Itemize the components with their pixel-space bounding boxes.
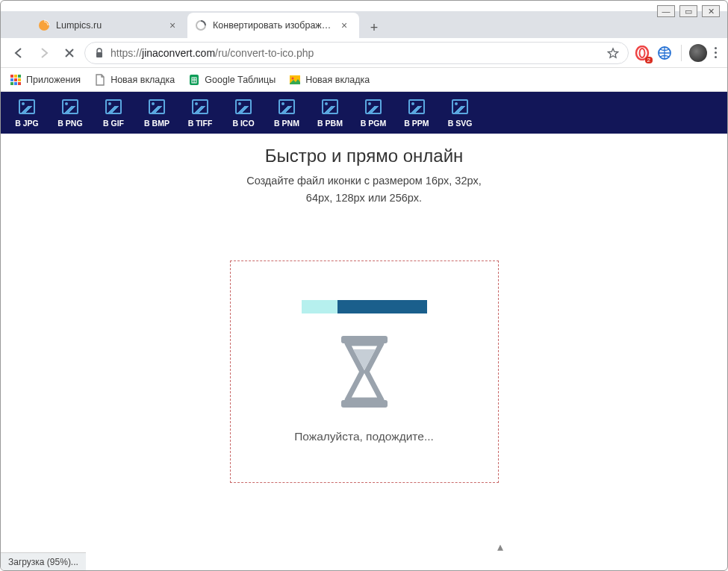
tab-close-icon[interactable]: × [341,19,352,31]
stop-button[interactable] [59,43,80,63]
bookmark-sheets[interactable]: Google Таблицы [188,74,276,86]
bookmark-label: Google Таблицы [205,75,276,85]
svg-point-4 [640,49,645,57]
format-gif[interactable]: В GIF [92,99,135,128]
url-text: https://jinaconvert.com/ru/convert-to-ic… [111,47,601,59]
image-format-icon [408,99,425,114]
svg-rect-2 [96,52,102,57]
format-tiff[interactable]: В TIFF [178,99,222,128]
browser-tab-lumpics[interactable]: Lumpics.ru × [31,13,187,38]
image-format-icon [192,99,208,114]
tab-title: Lumpics.ru [56,20,164,31]
format-label: В TIFF [188,119,213,128]
page-icon [94,74,106,86]
hourglass-icon [335,334,393,409]
bookmarks-apps[interactable]: Приложения [10,74,81,86]
image-format-icon [279,99,295,114]
page-heading: Быстро и прямо онлайн [1,146,727,166]
image-format-icon [452,99,468,114]
arrow-left-icon [12,46,25,60]
new-tab-button[interactable]: + [364,17,385,38]
format-label: В GIF [103,119,124,128]
status-text: Загрузка (95%)... [8,557,78,567]
format-ico[interactable]: В ICO [222,99,265,128]
extension-globe-icon[interactable] [656,44,673,62]
bookmark-newtab-1[interactable]: Новая вкладка [94,74,175,86]
format-pgm[interactable]: В PGM [352,99,395,128]
format-label: В PBM [317,119,343,128]
close-icon [63,47,75,59]
page-subtext: Создайте файл иконки с размером 16px, 32… [1,172,727,207]
format-label: В JPG [15,119,39,128]
image-format-icon [149,99,165,114]
browser-tab-jinaconvert[interactable]: Конвертировать изображения в × [187,13,359,38]
format-bmp[interactable]: В BMP [135,99,178,128]
window-maximize-button[interactable]: ▭ [679,5,697,17]
image-format-icon [105,99,122,114]
format-label: В PGM [361,119,386,128]
window-minimize-button[interactable]: — [657,5,675,17]
bookmark-newtab-2[interactable]: Новая вкладка [289,74,370,86]
wait-text: Пожалуйста, подождите... [294,430,434,443]
address-bar[interactable]: https://jinaconvert.com/ru/convert-to-ic… [84,42,629,64]
format-label: В SVG [448,119,473,128]
picture-icon [289,74,301,86]
format-label: В PNM [274,119,299,128]
profile-avatar[interactable] [689,44,707,62]
status-bar: Загрузка (95%)... [1,552,86,570]
loading-spinner-icon [195,19,207,31]
tab-close-icon[interactable]: × [169,19,180,31]
upload-dropzone[interactable]: Пожалуйста, подождите... [230,260,499,483]
bookmark-label: Новая вкладка [111,75,175,85]
toolbar-separator [681,45,682,61]
format-svg[interactable]: В SVG [438,99,482,128]
format-ppm[interactable]: В PPM [395,99,438,128]
browser-menu-button[interactable] [712,44,720,61]
image-format-icon [235,99,252,114]
svg-point-9 [292,77,294,79]
apps-grid-icon [10,74,22,86]
bookmark-star-icon[interactable] [607,47,619,59]
format-pbm[interactable]: В PBM [308,99,352,128]
favicon-orange-icon [38,19,50,31]
format-label: В PNG [57,119,82,128]
format-jpg[interactable]: В JPG [5,99,49,128]
window-close-button[interactable]: ✕ [702,5,720,17]
lock-icon [94,48,105,58]
format-png[interactable]: В PNG [49,99,92,128]
extension-opera-icon[interactable]: 2 [633,44,651,62]
scroll-hint-icon: ▴ [497,540,503,554]
format-nav: В JPG В PNG В GIF В BMP В TIFF В ICO В P… [1,92,727,134]
image-format-icon [62,99,78,114]
image-format-icon [19,99,35,114]
arrow-right-icon [37,46,51,60]
forward-button [34,43,55,63]
sheets-icon [188,74,200,86]
format-label: В ICO [232,119,254,128]
format-pnm[interactable]: В PNM [265,99,308,128]
back-button[interactable] [8,43,29,63]
image-format-icon [322,99,338,114]
tab-title: Конвертировать изображения в [213,20,335,31]
extension-badge: 2 [645,57,653,63]
bookmark-label: Приложения [26,75,81,85]
format-label: В BMP [144,119,169,128]
bookmark-label: Новая вкладка [305,75,370,85]
progress-bar [302,300,427,313]
format-label: В PPM [404,119,429,128]
image-format-icon [365,99,382,114]
